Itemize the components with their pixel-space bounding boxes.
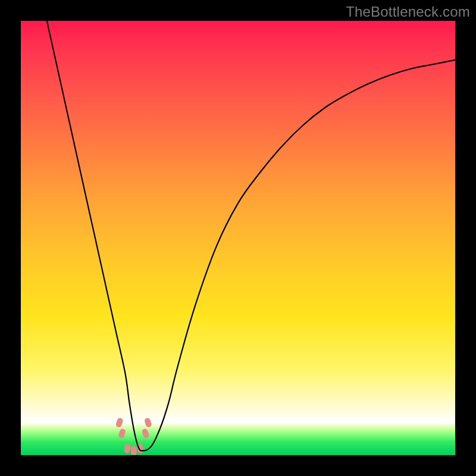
curve-marker [115,417,124,428]
curve-marker [144,417,152,428]
curve-marker [141,428,149,439]
bottleneck-curve-line [47,21,455,451]
watermark-text: TheBottleneck.com [346,4,470,20]
chart-svg [21,21,455,455]
curve-marker [131,446,137,455]
curve-marker [118,428,126,439]
chart-plot-area [21,21,455,455]
curve-marker [124,443,131,453]
